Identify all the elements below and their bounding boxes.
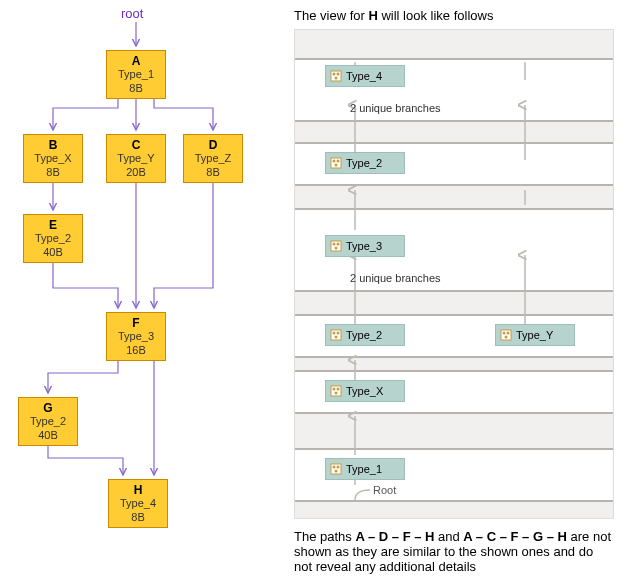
node-f: F Type_3 16B [106, 312, 166, 361]
svg-point-22 [335, 164, 338, 167]
type-icon [330, 385, 342, 397]
svg-point-24 [333, 243, 336, 246]
footnote-mid: and [434, 529, 463, 544]
svg-point-41 [337, 466, 340, 469]
svg-point-40 [333, 466, 336, 469]
type-box-l5: Type_X [325, 380, 405, 402]
node-size: 8B [24, 166, 82, 179]
svg-point-42 [335, 470, 338, 473]
node-size: 40B [19, 429, 77, 442]
node-name: C [107, 138, 165, 152]
type-icon [330, 157, 342, 169]
svg-point-29 [337, 332, 340, 335]
node-g: G Type_2 40B [18, 397, 78, 446]
type-box-l3: Type_3 [325, 235, 405, 257]
svg-point-37 [337, 388, 340, 391]
caption-prefix: The view for [294, 8, 368, 23]
caption-suffix: will look like follows [378, 8, 494, 23]
node-e: E Type_2 40B [23, 214, 83, 263]
node-size: 8B [184, 166, 242, 179]
type-icon [330, 70, 342, 82]
type-label: Type_Y [516, 329, 553, 341]
view-root-label: Root [373, 484, 396, 496]
view-caption: The view for H will look like follows [294, 8, 614, 23]
type-icon [330, 329, 342, 341]
footnote-path1: A – D – F – H [355, 529, 434, 544]
node-size: 8B [107, 82, 165, 95]
svg-point-33 [507, 332, 510, 335]
view-panel: Type_4 2 unique branches Type_2 Type_3 2… [294, 29, 614, 519]
node-type: Type_Y [107, 152, 165, 165]
svg-point-21 [337, 160, 340, 163]
node-name: F [107, 316, 165, 330]
node-size: 16B [107, 344, 165, 357]
node-size: 40B [24, 246, 82, 259]
footnote: The paths A – D – F – H and A – C – F – … [294, 529, 614, 574]
node-type: Type_1 [107, 68, 165, 81]
svg-point-17 [337, 73, 340, 76]
type-label: Type_4 [346, 70, 382, 82]
node-name: G [19, 401, 77, 415]
type-icon [330, 463, 342, 475]
node-name: A [107, 54, 165, 68]
svg-point-34 [505, 336, 508, 339]
type-label: Type_1 [346, 463, 382, 475]
type-label: Type_3 [346, 240, 382, 252]
svg-point-18 [335, 77, 338, 80]
type-label: Type_2 [346, 329, 382, 341]
footnote-path2: A – C – F – G – H [463, 529, 567, 544]
node-size: 20B [107, 166, 165, 179]
type-box-l2: Type_2 [325, 152, 405, 174]
node-type: Type_2 [19, 415, 77, 428]
type-box-l4b: Type_Y [495, 324, 575, 346]
node-b: B Type_X 8B [23, 134, 83, 183]
type-icon [330, 240, 342, 252]
node-type: Type_2 [24, 232, 82, 245]
type-box-top: Type_4 [325, 65, 405, 87]
node-name: H [109, 483, 167, 497]
svg-point-16 [333, 73, 336, 76]
node-c: C Type_Y 20B [106, 134, 166, 183]
node-name: B [24, 138, 82, 152]
type-icon [500, 329, 512, 341]
node-type: Type_3 [107, 330, 165, 343]
type-label: Type_X [346, 385, 383, 397]
node-d: D Type_Z 8B [183, 134, 243, 183]
node-h: H Type_4 8B [108, 479, 168, 528]
svg-point-30 [335, 336, 338, 339]
type-box-bottom: Type_1 [325, 458, 405, 480]
svg-point-26 [335, 247, 338, 250]
svg-point-32 [503, 332, 506, 335]
caption-node: H [368, 8, 377, 23]
node-name: E [24, 218, 82, 232]
node-type: Type_Z [184, 152, 242, 165]
svg-point-25 [337, 243, 340, 246]
tree-diagram: root A Type_1 8B B Type_X 8B C Type_Y 20… [8, 8, 278, 568]
svg-point-28 [333, 332, 336, 335]
node-type: Type_4 [109, 497, 167, 510]
branches-label: 2 unique branches [350, 102, 441, 114]
svg-point-36 [333, 388, 336, 391]
node-name: D [184, 138, 242, 152]
root-label: root [121, 6, 143, 21]
type-box-l4a: Type_2 [325, 324, 405, 346]
svg-point-38 [335, 392, 338, 395]
type-label: Type_2 [346, 157, 382, 169]
node-type: Type_X [24, 152, 82, 165]
node-a: A Type_1 8B [106, 50, 166, 99]
svg-point-20 [333, 160, 336, 163]
node-size: 8B [109, 511, 167, 524]
branches-label: 2 unique branches [350, 272, 441, 284]
footnote-prefix: The paths [294, 529, 355, 544]
